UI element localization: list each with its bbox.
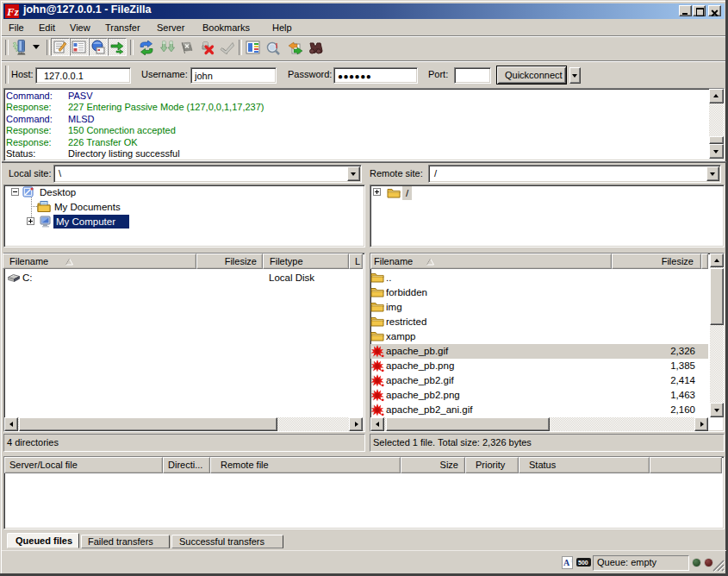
svg-text:Fz: Fz [6,5,19,18]
